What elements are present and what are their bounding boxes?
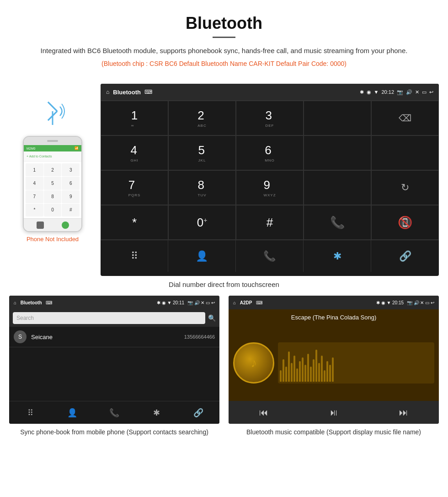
- pb-nav-link[interactable]: 🔗: [177, 401, 219, 424]
- call-icon: 📞: [330, 216, 345, 230]
- back-icon[interactable]: ↩: [429, 89, 433, 95]
- music-window-icon[interactable]: ▭: [425, 300, 429, 305]
- pb-home-icon[interactable]: ⌂: [14, 300, 16, 305]
- dial-key-5[interactable]: 5JKL: [168, 135, 236, 170]
- dial-key-8[interactable]: 8TUV: [168, 170, 236, 205]
- music-controls: ⏮ ⏯ ⏭: [229, 401, 439, 424]
- phonebook-caption: Sync phone-book from mobile phone (Suppo…: [9, 427, 219, 437]
- dial-refresh[interactable]: ↻: [371, 170, 439, 205]
- status-bar-left: ⌂ Bluetooth ⌨: [106, 89, 152, 96]
- dial-key-2[interactable]: 2ABC: [168, 101, 236, 135]
- pb-nav-phone[interactable]: 📞: [93, 401, 135, 424]
- nav-contacts[interactable]: 👤: [168, 240, 236, 272]
- nav-dialpad[interactable]: ⠿: [101, 240, 168, 272]
- home-icon[interactable]: ⌂: [106, 89, 109, 95]
- dialpad-grid: 1∞ 2ABC 3DEF ⌫ 4GHI 5JKL 6MNO: [101, 100, 439, 240]
- dialpad-bottom-nav: ⠿ 👤 📞 ✱ 🔗: [101, 240, 439, 272]
- music-prev-btn[interactable]: ⏮: [259, 407, 268, 418]
- music-play-btn[interactable]: ⏯: [329, 407, 338, 418]
- bt-info-text: (Bluetooth chip : CSR BC6 Default Blueto…: [27, 60, 421, 67]
- svg-line-2: [48, 102, 57, 111]
- usb-icon: ⌨: [144, 89, 152, 95]
- phonebook-screenshot-item: ⌂ Bluetooth ⌨ ✱ ◉ ▼ 20:11 📷 🔊 ✕ ▭ ↩ Sear…: [9, 296, 219, 437]
- dial-key-1[interactable]: 1∞: [101, 101, 168, 135]
- header-section: Bluetooth Integrated with BC6 Bluetooth …: [0, 0, 448, 84]
- pb-contact-row[interactable]: S Seicane 13566664466: [9, 327, 219, 347]
- dial-empty-2: [304, 135, 371, 170]
- dial-key-hash[interactable]: #: [236, 205, 304, 240]
- dial-key-9[interactable]: 9WXYZ: [236, 170, 304, 205]
- backspace-icon: ⌫: [399, 113, 411, 124]
- dial-empty-1: [304, 101, 371, 135]
- music-close-icon[interactable]: ✕: [420, 300, 424, 305]
- bluetooth-signal-area: [39, 97, 66, 131]
- pb-nav-person[interactable]: 👤: [51, 401, 93, 424]
- phone-not-included-label: Phone Not Included: [27, 236, 79, 243]
- pb-camera-icon[interactable]: 📷: [187, 300, 193, 305]
- pb-back-icon[interactable]: ↩: [211, 300, 215, 305]
- android-main-screen: ⌂ Bluetooth ⌨ ✱ ◉ ▼ 20:12 📷 🔊 ✕ ▭ ↩ 1∞: [101, 84, 439, 276]
- pb-status-right: ✱ ◉ ▼ 20:11 📷 🔊 ✕ ▭ ↩: [157, 300, 215, 305]
- music-next-btn[interactable]: ⏭: [399, 407, 408, 418]
- phone-status-bar: M2M0 📶: [24, 145, 81, 151]
- pb-contact-avatar: S: [14, 330, 27, 343]
- camera-icon[interactable]: 📷: [397, 89, 403, 95]
- dial-backspace[interactable]: ⌫: [371, 101, 439, 135]
- music-home-icon[interactable]: ⌂: [233, 300, 236, 305]
- phone-add-contact: + Add to Contacts: [24, 151, 81, 162]
- dial-key-4[interactable]: 4GHI: [101, 135, 168, 170]
- bt-status-icon: ✱: [360, 89, 364, 95]
- phone-keypad: 123 456 789 *0#: [24, 162, 81, 218]
- pb-bottom-nav: ⠿ 👤 📞 ✱ 🔗: [9, 401, 219, 424]
- nav-settings[interactable]: 🔗: [371, 240, 439, 272]
- top-content-area: M2M0 📶 + Add to Contacts 123 456 789 *0#…: [0, 84, 448, 276]
- pb-search-area: Search 🔍: [9, 309, 219, 327]
- music-volume-icon[interactable]: 🔊: [414, 300, 419, 305]
- signal-icon: ▼: [374, 89, 379, 95]
- dial-key-star[interactable]: *: [101, 205, 168, 240]
- phone-bottom-bar: [24, 218, 81, 231]
- status-title: Bluetooth: [113, 89, 141, 96]
- location-icon: ◉: [367, 89, 371, 95]
- dial-call-btn[interactable]: 📞: [304, 205, 371, 240]
- time-display: 20:12: [381, 89, 394, 95]
- music-waveform: [278, 342, 434, 384]
- refresh-icon: ↻: [401, 182, 409, 194]
- music-status-left: ⌂ A2DP ⌨: [233, 300, 262, 305]
- pb-usb-icon: ⌨: [46, 300, 52, 305]
- phone-call-icon: [62, 221, 69, 229]
- pb-nav-bt[interactable]: ✱: [135, 401, 177, 424]
- phone-top-bar: [24, 137, 81, 145]
- dial-end-btn[interactable]: 📵: [371, 205, 439, 240]
- music-screenshot-item: ⌂ A2DP ⌨ ✱ ◉ ▼ 20:15 📷 🔊 ✕ ▭ ↩ Escape (T…: [229, 296, 439, 437]
- pb-close-icon[interactable]: ✕: [201, 300, 204, 305]
- music-screen: ⌂ A2DP ⌨ ✱ ◉ ▼ 20:15 📷 🔊 ✕ ▭ ↩ Escape (T…: [229, 296, 439, 424]
- pb-search-input[interactable]: Search: [13, 312, 205, 324]
- dial-key-7[interactable]: 7PQRS: [101, 170, 168, 205]
- music-camera-icon[interactable]: 📷: [407, 300, 412, 305]
- pb-contact-name: Seicane: [31, 334, 184, 340]
- music-back-icon[interactable]: ↩: [431, 300, 434, 305]
- title-divider: [213, 37, 235, 38]
- pb-status-left: ⌂ Bluetooth ⌨: [14, 300, 52, 305]
- nav-bluetooth-icon[interactable]: ✱: [304, 240, 371, 272]
- pb-search-button[interactable]: 🔍: [208, 314, 216, 322]
- pb-search-placeholder: Search: [16, 315, 34, 321]
- dial-key-0[interactable]: 0+: [168, 205, 236, 240]
- pb-title: Bluetooth: [21, 300, 42, 305]
- close-icon[interactable]: ✕: [415, 89, 419, 95]
- pb-contact-number: 13566664466: [184, 334, 215, 340]
- window-icon[interactable]: ▭: [422, 89, 427, 95]
- pb-status-bar: ⌂ Bluetooth ⌨ ✱ ◉ ▼ 20:11 📷 🔊 ✕ ▭ ↩: [9, 296, 219, 309]
- music-title-label: A2DP: [240, 300, 252, 305]
- nav-calls[interactable]: 📞: [236, 240, 304, 272]
- phone-mockup-container: M2M0 📶 + Add to Contacts 123 456 789 *0#…: [9, 84, 96, 243]
- pb-window-icon[interactable]: ▭: [206, 300, 210, 305]
- pb-nav-dialpad[interactable]: ⠿: [9, 401, 51, 424]
- volume-icon[interactable]: 🔊: [406, 89, 412, 95]
- music-note-icon: ♪: [251, 356, 257, 370]
- dial-key-6[interactable]: 6MNO: [236, 135, 304, 170]
- dial-key-3[interactable]: 3DEF: [236, 101, 304, 135]
- pb-volume-icon[interactable]: 🔊: [194, 300, 200, 305]
- dial-caption: Dial number direct from touchscreen: [0, 281, 448, 288]
